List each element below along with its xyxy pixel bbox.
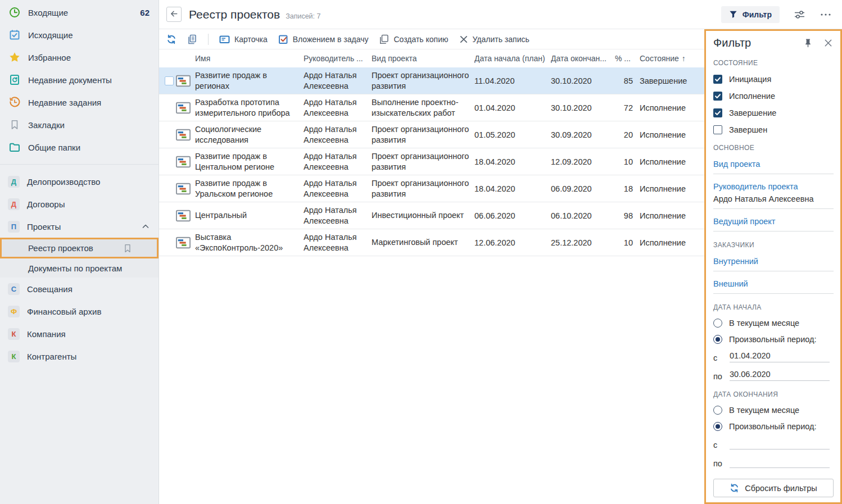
sidebar-subitem[interactable]: Реестр проектов: [0, 238, 159, 258]
checkbox-unchecked-icon[interactable]: [713, 125, 722, 134]
cell-project-type: Проект организационного развития: [372, 70, 474, 92]
table-row[interactable]: Выставка «ЭкспоКонтроль-2020» Ардо Натал…: [159, 229, 704, 256]
toolbar-copy-outline-button[interactable]: Создать копию: [379, 34, 448, 44]
table-row[interactable]: Развитие продаж в регионах Ардо Наталья …: [159, 67, 704, 94]
module-letter-icon: П: [8, 221, 20, 233]
cell-state: Исполнение: [640, 184, 704, 193]
end-date-radio-option[interactable]: В текущем месяце: [713, 406, 834, 415]
column-header[interactable]: Вид проекта: [372, 54, 474, 63]
unread-count-badge: 62: [140, 8, 150, 17]
pin-icon[interactable]: [802, 37, 814, 49]
filter-state-option-label: Инициация: [729, 75, 771, 84]
start-date-to-input[interactable]: [730, 369, 830, 381]
cell-state: Завершение: [640, 76, 704, 85]
filter-field-link[interactable]: Внешний: [713, 279, 834, 288]
toolbar-refresh-button[interactable]: [166, 34, 176, 44]
sidebar-module[interactable]: Ф Финансовый архив: [0, 300, 159, 323]
sidebar-item[interactable]: Исходящие: [0, 24, 159, 46]
sidebar-module[interactable]: К Контрагенты: [0, 345, 159, 367]
filter-state-option[interactable]: Инициация: [713, 75, 834, 84]
sidebar-item[interactable]: Недавние задания: [0, 91, 159, 113]
start-date-radio-option[interactable]: Произвольный период:: [713, 335, 834, 344]
more-options-icon[interactable]: [820, 12, 832, 17]
sidebar-top-list: Входящие 62 Исходящие Избранное Недавние…: [0, 1, 159, 158]
checkbox-checked-icon[interactable]: [713, 108, 722, 117]
sidebar-module[interactable]: К Компания: [0, 323, 159, 345]
end-date-from-input[interactable]: [730, 437, 830, 449]
checkbox-checked-icon[interactable]: [713, 75, 722, 84]
radio-unselected-icon[interactable]: [713, 406, 722, 415]
end-date-radio-option[interactable]: Произвольный период:: [713, 422, 834, 431]
module-letter-icon: Ф: [8, 306, 20, 317]
filter-state-option[interactable]: Завершение: [713, 108, 834, 117]
sidebar-item-label: Общие папки: [28, 143, 80, 152]
filter-field-link[interactable]: Вид проекта: [713, 160, 834, 169]
back-button[interactable]: [166, 7, 182, 22]
filter-field-link[interactable]: Ведущий проект: [713, 217, 834, 226]
column-header[interactable]: Состояние↑: [640, 54, 704, 63]
table-row[interactable]: Разработка прототипа измерительного приб…: [159, 94, 704, 121]
cell-start-date: 11.04.2020: [474, 76, 551, 85]
sidebar-item[interactable]: Недавние документы: [0, 69, 159, 91]
reset-filters-button[interactable]: Сбросить фильтры: [713, 479, 834, 497]
sidebar-module[interactable]: П Проекты: [0, 215, 159, 238]
filter-state-option[interactable]: Исполнение: [713, 92, 834, 101]
sidebar-module[interactable]: Д Делопроизводство: [0, 170, 159, 193]
module-letter-icon: С: [8, 283, 20, 295]
filter-field-link[interactable]: Руководитель проекта: [713, 182, 834, 191]
radio-selected-icon[interactable]: [713, 422, 722, 431]
cell-start-date: 01.04.2020: [474, 103, 551, 112]
cell-manager: Ардо Наталья Алексеевна: [304, 178, 372, 199]
close-icon[interactable]: [823, 38, 834, 48]
column-header[interactable]: Дата начала (план): [474, 54, 551, 63]
column-header[interactable]: Руководитель ...: [304, 54, 372, 63]
column-header[interactable]: Дата окончан...: [551, 54, 615, 63]
sidebar-module[interactable]: С Совещания: [0, 278, 159, 300]
view-settings-icon[interactable]: [792, 8, 807, 21]
toolbar-copy-pages-button[interactable]: [187, 34, 197, 44]
filter-field-value: Ардо Наталья Алексеевна: [713, 194, 834, 203]
sidebar: Входящие 62 Исходящие Избранное Недавние…: [0, 0, 159, 504]
toolbar-button-label: Вложением в задачу: [293, 35, 369, 44]
filter-panel: Фильтр СОСТОЯНИЕ Инициация Исполнение За…: [704, 29, 842, 504]
filter-section-label: ДАТА НАЧАЛА: [713, 303, 834, 311]
bookmark-icon[interactable]: [123, 243, 132, 253]
sidebar-item[interactable]: Закладки: [0, 113, 159, 136]
cell-end-date: 12.09.2020: [551, 157, 615, 166]
chevron-up-icon[interactable]: [142, 223, 150, 230]
filter-button[interactable]: Фильтр: [721, 6, 780, 23]
module-letter-icon: К: [8, 351, 20, 362]
radio-selected-icon[interactable]: [713, 335, 722, 344]
sidebar-item[interactable]: Общие папки: [0, 136, 159, 158]
sidebar-item[interactable]: Входящие 62: [0, 1, 159, 24]
project-gantt-icon: [176, 237, 195, 249]
toolbar-x-cross-button[interactable]: Удалить запись: [459, 35, 529, 44]
green-clock-icon: [8, 7, 21, 18]
start-date-radio-option[interactable]: В текущем месяце: [713, 319, 834, 328]
start-date-from-input[interactable]: [730, 350, 830, 362]
column-header[interactable]: Имя: [195, 54, 304, 63]
sidebar-module[interactable]: Д Договоры: [0, 193, 159, 215]
column-header[interactable]: % ...: [615, 54, 640, 63]
sidebar-item[interactable]: Избранное: [0, 46, 159, 69]
sidebar-module-label: Контрагенты: [27, 352, 76, 361]
end-date-to-input[interactable]: [730, 456, 830, 468]
filter-panel-header: Фильтр: [713, 37, 834, 49]
filter-field-link[interactable]: Внутренний: [713, 257, 834, 266]
sidebar-subitem[interactable]: Документы по проектам: [0, 258, 159, 278]
table-row[interactable]: Развитие продаж в Уральском регионое Ард…: [159, 175, 704, 202]
filter-state-option[interactable]: Завершен: [713, 125, 834, 134]
toolbar-task-check-button[interactable]: Вложением в задачу: [278, 34, 369, 44]
table-row[interactable]: Центральный Ардо Наталья Алексеевна Инве…: [159, 202, 704, 229]
row-checkbox[interactable]: [165, 76, 174, 85]
radio-unselected-icon[interactable]: [713, 319, 722, 328]
checkbox-checked-icon[interactable]: [713, 92, 722, 101]
toolbar-button-label: Карточка: [234, 35, 268, 44]
cell-manager: Ардо Наталья Алексеевна: [304, 232, 372, 253]
table-row[interactable]: Социологические исследования Ардо Наталь…: [159, 121, 704, 148]
toolbar-card-button[interactable]: Карточка: [219, 34, 268, 44]
table-row[interactable]: Развитие продаж в Центальном регионе Ард…: [159, 148, 704, 175]
sidebar-module-label: Проекты: [27, 222, 61, 231]
field-divider: [713, 271, 834, 271]
main-area: Реестр проектов Записей: 7 Фильтр: [159, 0, 842, 504]
